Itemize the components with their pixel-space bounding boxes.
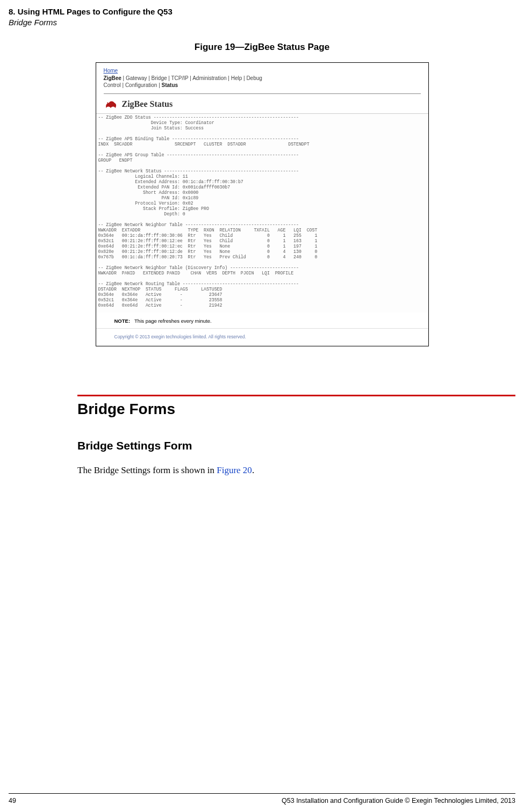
body-paragraph: The Bridge Settings form is shown in Fig… xyxy=(77,465,524,476)
screenshot-breadcrumb: Home ZigBee | Gateway | Bridge | TCP/IP … xyxy=(96,63,428,91)
screenshot-frame: Home ZigBee | Gateway | Bridge | TCP/IP … xyxy=(96,62,429,346)
running-header: 8. Using HTML Pages to Configure the Q53… xyxy=(9,6,173,27)
breadcrumb-row2-prefix: Control | Configuration | xyxy=(104,82,162,88)
breadcrumb-home[interactable]: Home xyxy=(104,68,118,74)
header-line1: 8. Using HTML Pages to Configure the Q53 xyxy=(9,6,173,17)
page-number: 49 xyxy=(9,797,25,804)
figure-reference-link[interactable]: Figure 20 xyxy=(217,465,252,475)
page-footer: 49 Q53 Installation and Configuration Gu… xyxy=(9,793,515,804)
body-text-suffix: . xyxy=(252,465,254,475)
subsection-heading: Bridge Settings Form xyxy=(77,439,524,452)
breadcrumb-row1-rest: | Gateway | Bridge | TCP/IP | Administra… xyxy=(121,75,262,81)
breadcrumb-status[interactable]: Status xyxy=(162,82,178,88)
screenshot-title: ZigBee Status xyxy=(122,99,173,109)
figure-caption: Figure 19—ZigBee Status Page xyxy=(0,42,524,53)
breadcrumb-zigbee[interactable]: ZigBee xyxy=(104,75,121,81)
header-line2: Bridge Forms xyxy=(9,17,173,28)
svg-point-0 xyxy=(107,102,108,103)
note-label: NOTE: xyxy=(114,318,131,324)
screenshot-note: NOTE: This page refreshes every minute. xyxy=(96,313,428,326)
body-text-prefix: The Bridge Settings form is shown in xyxy=(77,465,217,475)
screenshot-status-text: -- ZigBee ZDO Status -------------------… xyxy=(96,113,428,313)
section-heading: Bridge Forms xyxy=(77,401,524,418)
svg-point-1 xyxy=(113,102,114,103)
footer-text: Q53 Installation and Configuration Guide… xyxy=(282,797,515,804)
note-text: This page refreshes every minute. xyxy=(134,318,212,324)
screenshot-copyright: Copyright © 2013 exegin technologies lim… xyxy=(96,328,428,346)
screenshot-title-row: ZigBee Status xyxy=(96,94,428,113)
section-rule xyxy=(77,395,515,396)
zigbee-icon xyxy=(104,98,118,110)
